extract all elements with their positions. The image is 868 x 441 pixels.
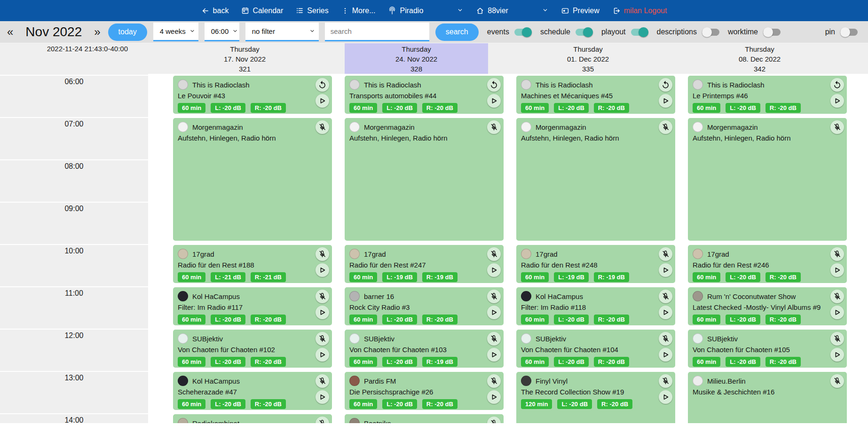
play-button[interactable] <box>830 94 844 108</box>
replay-button[interactable] <box>316 78 329 92</box>
play-button[interactable] <box>487 348 501 362</box>
mic-off-button[interactable] <box>830 120 844 134</box>
nav-more[interactable]: More... <box>341 7 376 15</box>
logout-button[interactable]: milan Logout <box>612 7 667 15</box>
event-card[interactable]: Morgenmagazin Aufstehn, Hinlegen, Radio … <box>516 118 675 241</box>
search-input[interactable] <box>325 23 429 41</box>
start-time-select[interactable]: 06:00 <box>205 23 239 41</box>
event-card[interactable]: 17grad Radio für den Rest #246 60 min L:… <box>688 245 847 283</box>
event-card[interactable]: Finyl Vinyl The Record Collection Show #… <box>516 372 675 423</box>
mic-off-button[interactable] <box>316 120 329 134</box>
chevron-down-icon[interactable] <box>457 7 463 15</box>
play-button[interactable] <box>830 306 844 319</box>
event-card[interactable]: Radiokombinat <box>173 414 332 423</box>
play-button[interactable] <box>316 348 329 362</box>
mic-off-button[interactable] <box>659 290 672 303</box>
event-card[interactable]: Beatniks <box>345 414 504 423</box>
back-button[interactable]: back <box>201 7 229 15</box>
event-card[interactable]: Kol HaCampus Filter: Im Radio #117 60 mi… <box>173 287 332 325</box>
mic-off-button[interactable] <box>659 247 672 261</box>
event-card[interactable]: SUBjektiv Von Chaoten für Chaoten #103 6… <box>345 330 504 368</box>
day-header[interactable]: Thursday 17. Nov 2022 321 <box>173 43 316 74</box>
playout-toggle[interactable] <box>631 29 648 36</box>
replay-button[interactable] <box>487 78 501 92</box>
event-card[interactable]: Pardis FM Die Persischsprachige #26 60 m… <box>345 372 504 410</box>
mic-off-button[interactable] <box>830 332 844 346</box>
event-card[interactable]: Morgenmagazin Aufstehn, Hinlegen, Radio … <box>173 118 332 241</box>
mic-off-button[interactable] <box>316 332 329 346</box>
replay-button[interactable] <box>830 78 844 92</box>
event-card[interactable]: Kol HaCampus Filter: Im Radio #118 60 mi… <box>516 287 675 325</box>
play-button[interactable] <box>487 94 501 108</box>
mic-off-button[interactable] <box>487 332 501 346</box>
event-card[interactable]: Rum 'n' Coconutwater Show Latest Checked… <box>688 287 847 325</box>
show-name: SUBjektiv <box>707 335 738 343</box>
play-button[interactable] <box>316 390 329 404</box>
chevron-down-icon[interactable] <box>542 7 548 15</box>
prev-month-button[interactable]: « <box>6 26 15 38</box>
event-card[interactable]: Kol HaCampus Scheherazade #47 60 min L: … <box>173 372 332 410</box>
range-select[interactable]: 4 weeks <box>153 23 198 41</box>
episode-title: Aufstehn, Hinlegen, Radio hörn <box>349 134 499 142</box>
play-button[interactable] <box>316 306 329 319</box>
play-button[interactable] <box>316 94 329 108</box>
station-menu[interactable]: Piradio <box>388 7 423 15</box>
event-card[interactable]: This is Radioclash Le Pouvoir #43 60 min… <box>173 76 332 114</box>
today-button[interactable]: today <box>108 24 147 41</box>
event-card[interactable]: 17grad Radio für den Rest #248 60 min L:… <box>516 245 675 283</box>
event-card[interactable]: Morgenmagazin Aufstehn, Hinlegen, Radio … <box>345 118 504 241</box>
event-card[interactable]: Morgenmagazin Aufstehn, Hinlegen, Radio … <box>688 118 847 241</box>
event-card[interactable]: This is Radioclash Transports automobile… <box>345 76 504 114</box>
mic-off-button[interactable] <box>487 290 501 303</box>
mic-off-button[interactable] <box>659 374 672 388</box>
event-card[interactable]: This is Radioclash Machines et Mécanique… <box>516 76 675 114</box>
event-card[interactable]: Milieu.Berlin Musike & Jeschichten #16 <box>688 372 847 423</box>
event-card[interactable]: 17grad Radio für den Rest #247 60 min L:… <box>345 245 504 283</box>
play-button[interactable] <box>316 263 329 277</box>
day-header[interactable]: Thursday 08. Dec 2022 342 <box>688 43 831 74</box>
channel-menu[interactable]: 88vier <box>476 7 508 15</box>
schedule-toggle[interactable] <box>576 29 593 36</box>
event-card[interactable]: barner 16 Rock City Radio #3 60 min L: -… <box>345 287 504 325</box>
worktime-toggle[interactable] <box>763 29 781 36</box>
event-card[interactable]: SUBjektiv Von Chaoten für Chaoten #104 6… <box>516 330 675 368</box>
replay-button[interactable] <box>659 78 672 92</box>
mic-off-button[interactable] <box>487 374 501 388</box>
descriptions-toggle[interactable] <box>702 29 719 36</box>
event-card[interactable]: 17grad Radio für den Rest #188 60 min L:… <box>173 245 332 283</box>
play-button[interactable] <box>487 390 501 404</box>
event-card[interactable]: SUBjektiv Von Chaoten für Chaoten #105 6… <box>688 330 847 368</box>
play-button[interactable] <box>487 263 501 277</box>
mic-off-button[interactable] <box>830 374 844 388</box>
filter-select[interactable]: no filter <box>245 23 319 41</box>
nav-series[interactable]: Series <box>296 7 328 15</box>
mic-off-button[interactable] <box>487 120 501 134</box>
play-button[interactable] <box>487 306 501 319</box>
play-button[interactable] <box>830 263 844 277</box>
search-button[interactable]: search <box>435 24 479 41</box>
mic-off-button[interactable] <box>316 374 329 388</box>
mic-off-button[interactable] <box>659 120 672 134</box>
play-button[interactable] <box>659 306 672 319</box>
events-toggle[interactable] <box>514 29 532 36</box>
event-card[interactable]: SUBjektiv Von Chaoten für Chaoten #102 6… <box>173 330 332 368</box>
play-button[interactable] <box>659 263 672 277</box>
preview-button[interactable]: Preview <box>561 7 600 15</box>
mic-off-button[interactable] <box>487 247 501 261</box>
mic-off-button[interactable] <box>316 247 329 261</box>
mic-off-button[interactable] <box>316 290 329 303</box>
day-header[interactable]: Thursday 24. Nov 2022 328 <box>345 43 488 74</box>
day-header[interactable]: Thursday 01. Dec 2022 335 <box>516 43 660 74</box>
nav-calendar[interactable]: Calendar <box>241 7 283 15</box>
play-button[interactable] <box>830 348 844 362</box>
mic-off-button[interactable] <box>659 332 672 346</box>
mic-off-button[interactable] <box>830 247 844 261</box>
play-button[interactable] <box>659 94 672 108</box>
event-card[interactable]: This is Radioclash Le Printemps #46 60 m… <box>688 76 847 114</box>
mic-off-button[interactable] <box>830 290 844 303</box>
play-button[interactable] <box>659 348 672 362</box>
play-button[interactable] <box>659 390 672 404</box>
event-header: Radiokombinat <box>178 417 327 423</box>
pin-toggle[interactable] <box>840 29 858 36</box>
next-month-button[interactable]: » <box>93 26 102 38</box>
